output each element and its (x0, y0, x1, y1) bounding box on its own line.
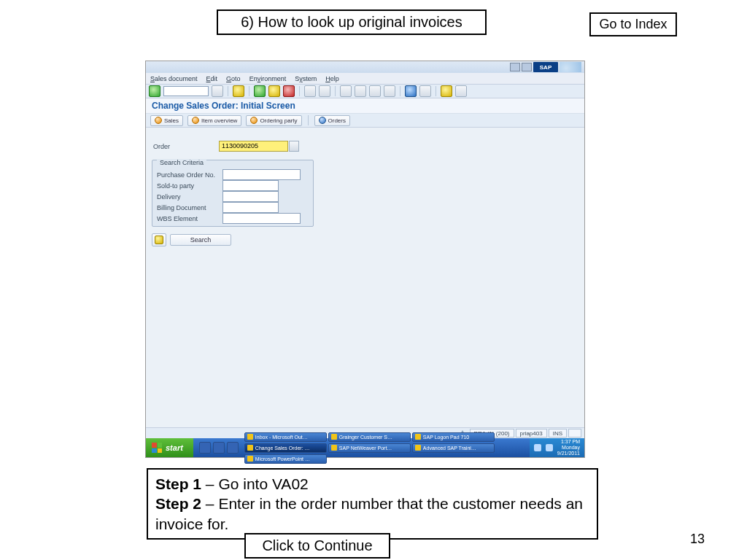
step1-label: Step 1 (155, 475, 201, 492)
po-input[interactable] (222, 169, 301, 180)
layout-icon[interactable] (455, 85, 467, 97)
menu-goto[interactable]: Goto (226, 75, 241, 82)
search-execute-icon[interactable] (152, 233, 166, 246)
menu-sales-document[interactable]: SSales documentales document (150, 75, 198, 82)
separator (249, 86, 249, 96)
window-min-icon[interactable] (510, 63, 520, 71)
step2-text: – Enter in the order number that the cus… (155, 495, 583, 532)
start-button[interactable]: start (146, 438, 193, 457)
wbs-input[interactable] (222, 213, 301, 224)
app-icon (331, 445, 337, 451)
task-change-order[interactable]: Change Sales Order: … (244, 443, 327, 453)
dropdown-icon[interactable] (212, 85, 223, 97)
step2-line: Step 2 – Enter in the order number that … (155, 494, 589, 534)
menu-edit[interactable]: Edit (206, 75, 218, 82)
order-field-row: Order 1130090205 (153, 141, 299, 152)
tray-date: 9/21/2011 (557, 451, 580, 456)
shortcut-icon[interactable] (419, 85, 431, 97)
menu-environment[interactable]: Environment (249, 75, 287, 82)
step2-label: Step 2 (155, 495, 201, 512)
window-max-icon[interactable] (522, 63, 532, 71)
task-inbox[interactable]: Inbox - Microsoft Out… (244, 432, 327, 442)
task-label: Change Sales Order: … (255, 446, 310, 451)
delivery-input[interactable] (222, 191, 279, 202)
delivery-row: Delivery (157, 191, 279, 202)
task-label: SAP Logon Pad 710 (423, 435, 469, 440)
sap-work-area: Order 1130090205 Search Criteria Purchas… (146, 128, 584, 427)
ql-icon[interactable] (227, 442, 239, 454)
enter-icon[interactable] (149, 85, 160, 97)
task-powerpoint[interactable]: Microsoft PowerPoint … (244, 454, 327, 464)
save-icon[interactable] (233, 85, 244, 97)
print-icon[interactable] (304, 85, 316, 97)
last-page-icon[interactable] (384, 85, 395, 97)
slide-title-text: 6) How to look up original invoices (241, 14, 462, 30)
billing-label: Billing Document (157, 204, 222, 211)
click-to-continue-button[interactable]: Click to Continue (244, 533, 390, 559)
step1-text: – Go into VA02 (201, 475, 309, 492)
new-session-icon[interactable] (405, 85, 417, 97)
sales-label: Sales (164, 117, 179, 124)
orders-button[interactable]: Orders (314, 115, 350, 126)
taskbar-tasks: Inbox - Microsoft Out… Grainger Customer… (244, 432, 530, 464)
item-overview-button[interactable]: Item overview (187, 115, 241, 126)
task-label: Advanced SAP Traini… (423, 446, 476, 451)
billing-input[interactable] (222, 202, 279, 213)
sap-menu-bar: SSales documentales document Edit Goto E… (146, 73, 584, 85)
separator (308, 115, 309, 125)
search-label: Search (190, 236, 212, 244)
person-icon (192, 117, 199, 124)
task-logon[interactable]: SAP Logon Pad 710 (412, 432, 495, 442)
app-icon (415, 434, 421, 440)
help-icon[interactable] (441, 85, 452, 97)
prev-page-icon[interactable] (355, 85, 366, 97)
start-label: start (166, 443, 183, 452)
sap-logo-icon: SAP (533, 62, 558, 72)
order-label: Order (153, 143, 219, 150)
exit-icon[interactable] (268, 85, 280, 97)
ql-icon[interactable] (199, 442, 211, 454)
person-icon (155, 117, 162, 124)
ordering-party-button[interactable]: Ordering party (246, 115, 301, 126)
task-netweaver[interactable]: SAP NetWeaver Port… (328, 443, 411, 453)
tray-time: 1:37 PM (557, 439, 580, 445)
task-label: Grainger Customer S… (339, 435, 392, 440)
back-icon[interactable] (254, 85, 266, 97)
sap-standard-toolbar (146, 85, 584, 98)
menu-help[interactable]: Help (325, 75, 339, 82)
first-page-icon[interactable] (340, 85, 352, 97)
f4-help-icon[interactable] (289, 141, 299, 152)
ql-icon[interactable] (213, 442, 225, 454)
command-field[interactable] (163, 86, 209, 96)
person-icon (250, 117, 258, 124)
next-page-icon[interactable] (369, 85, 381, 97)
item-overview-label: Item overview (201, 117, 237, 124)
go-to-index-button[interactable]: Go to Index (589, 12, 677, 36)
soldto-input[interactable] (222, 180, 279, 191)
task-grainger[interactable]: Grainger Customer S… (328, 432, 411, 442)
find-icon[interactable] (319, 85, 330, 97)
go-to-index-label: Go to Index (599, 17, 667, 31)
order-input[interactable]: 1130090205 (219, 141, 288, 152)
app-icon (247, 456, 253, 462)
sales-button[interactable]: Sales (150, 115, 183, 126)
tray-clock[interactable]: 1:37 PM Monday 9/21/2011 (557, 439, 580, 456)
tray-icon[interactable] (546, 444, 553, 451)
task-adv-sap[interactable]: Advanced SAP Traini… (412, 443, 495, 453)
task-label: Microsoft PowerPoint … (255, 456, 310, 462)
tray-day: Monday (557, 445, 580, 451)
orders-label: Orders (328, 117, 346, 124)
task-label: Inbox - Microsoft Out… (255, 435, 308, 440)
separator (436, 86, 436, 96)
search-button[interactable]: Search (170, 234, 231, 246)
sap-screenshot: SAP SSales documentales document Edit Go… (145, 61, 585, 458)
app-icon (247, 434, 253, 440)
sap-window-titlebar: SAP (146, 61, 584, 73)
soldto-row: Sold-to party (157, 180, 279, 191)
tray-icon[interactable] (534, 444, 541, 451)
doc-icon (319, 117, 326, 124)
search-criteria-group: Search Criteria Purchase Order No. Sold-… (152, 160, 314, 227)
cancel-icon[interactable] (283, 85, 295, 97)
menu-system[interactable]: System (295, 75, 317, 82)
po-label: Purchase Order No. (157, 171, 222, 179)
